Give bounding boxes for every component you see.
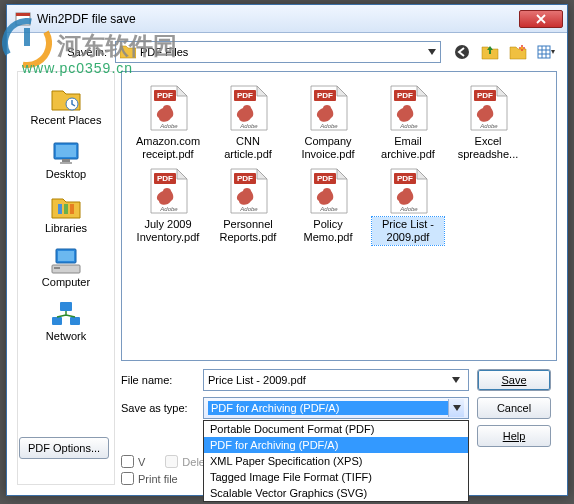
titlebar: Win2PDF file save [7,5,567,33]
cancel-button[interactable]: Cancel [477,397,551,419]
pdf-file-icon [145,84,191,132]
desktop-icon [50,140,82,166]
up-button[interactable] [479,41,501,63]
checkbox-label: V [138,456,145,468]
file-list[interactable]: Amazon.com receipt.pdfCNN article.pdfCom… [121,71,557,361]
pdf-file-icon [385,84,431,132]
close-icon [536,14,546,24]
file-name-label: Price List - 2009.pdf [372,217,444,244]
save-in-value: PDF Files [140,46,188,58]
svg-point-5 [455,45,469,59]
save-in-combo[interactable]: PDF Files [115,41,441,63]
svg-rect-26 [70,317,80,325]
savetype-dropdown-button[interactable] [448,399,464,417]
svg-rect-15 [62,159,70,162]
place-computer[interactable]: Computer [21,242,111,292]
svg-rect-7 [538,46,550,58]
checkbox-label: Print file [138,473,178,485]
place-label: Network [46,330,86,342]
svg-rect-23 [54,267,60,269]
savetype-option[interactable]: XML Paper Specification (XPS) [204,453,468,469]
savetype-label: Save as type: [121,402,195,414]
svg-rect-14 [56,145,76,157]
file-item[interactable]: Excel spreadshe... [450,82,526,163]
back-icon [454,44,470,60]
file-name-label: CNN article.pdf [212,134,284,161]
svg-rect-24 [60,302,72,311]
svg-rect-17 [58,204,62,214]
window-title: Win2PDF file save [37,12,519,26]
nav-toolbar [451,41,557,63]
save-button[interactable]: Save [477,369,551,391]
file-item[interactable]: Company Invoice.pdf [290,82,366,163]
svg-rect-4 [16,13,30,16]
file-name-label: Amazon.com receipt.pdf [132,134,204,161]
place-network[interactable]: Network [21,296,111,346]
new-folder-button[interactable] [507,41,529,63]
svg-rect-25 [52,317,62,325]
place-libraries[interactable]: Libraries [21,188,111,238]
file-name-label: Policy Memo.pdf [292,217,364,244]
svg-rect-21 [58,251,74,261]
new-folder-icon [509,44,527,60]
file-save-dialog: Win2PDF file save Save in: PDF Files [6,4,568,496]
back-button[interactable] [451,41,473,63]
file-name-label: July 2009 Inventory.pdf [132,217,204,244]
filename-label: File name: [121,374,195,386]
file-name-label: Email archive.pdf [372,134,444,161]
savetype-selected: PDF for Archiving (PDF/A) [208,401,448,415]
file-item[interactable]: Amazon.com receipt.pdf [130,82,206,163]
pdf-file-icon [225,84,271,132]
network-icon [50,301,82,329]
savetype-combo[interactable]: PDF for Archiving (PDF/A) Portable Docum… [203,397,469,419]
savetype-option[interactable]: Tagged Image File Format (TIFF) [204,469,468,485]
pdf-file-icon [305,84,351,132]
file-item[interactable]: Personnel Reports.pdf [210,165,286,246]
pdf-file-icon [305,167,351,215]
chevron-down-icon [453,405,461,411]
pdf-file-icon [385,167,431,215]
place-label: Computer [42,276,90,288]
save-in-row: Save in: PDF Files [17,39,557,65]
app-icon [15,11,31,27]
views-button[interactable] [535,41,557,63]
place-label: Libraries [45,222,87,234]
savetype-option[interactable]: Scalable Vector Graphics (SVG) [204,485,468,501]
help-button[interactable]: Help [477,425,551,447]
filename-history-button[interactable] [449,371,464,389]
savetype-option[interactable]: Portable Document Format (PDF) [204,421,468,437]
chevron-down-icon [452,377,460,383]
file-name-label: Company Invoice.pdf [292,134,364,161]
places-bar: Recent Places Desktop Libraries Computer… [17,71,115,485]
pdf-options-button[interactable]: PDF Options... [19,437,109,459]
views-icon [537,44,555,60]
up-folder-icon [481,44,499,60]
filename-field[interactable] [208,374,449,386]
pdf-file-icon [145,167,191,215]
place-recent[interactable]: Recent Places [21,80,111,130]
file-item[interactable]: CNN article.pdf [210,82,286,163]
file-item[interactable]: Email archive.pdf [370,82,446,163]
pdf-file-icon [465,84,511,132]
chevron-down-icon [428,49,436,55]
filename-input[interactable] [203,369,469,391]
place-desktop[interactable]: Desktop [21,134,111,184]
place-label: Desktop [46,168,86,180]
svg-rect-18 [64,204,68,214]
save-in-label: Save in: [17,46,115,58]
libraries-icon [50,194,82,220]
file-item[interactable]: Price List - 2009.pdf [370,165,446,246]
computer-icon [50,247,82,275]
view-file-checkbox[interactable]: V [121,455,145,468]
svg-rect-16 [60,162,72,164]
file-item[interactable]: Policy Memo.pdf [290,165,366,246]
file-item[interactable]: July 2009 Inventory.pdf [130,165,206,246]
svg-point-6 [521,47,523,49]
close-button[interactable] [519,10,563,28]
recent-icon [50,86,82,112]
file-name-label: Excel spreadshe... [452,134,524,161]
file-name-label: Personnel Reports.pdf [212,217,284,244]
savetype-dropdown-list: Portable Document Format (PDF)PDF for Ar… [203,420,469,502]
savetype-option[interactable]: PDF for Archiving (PDF/A) [204,437,468,453]
folder-icon [120,45,136,59]
